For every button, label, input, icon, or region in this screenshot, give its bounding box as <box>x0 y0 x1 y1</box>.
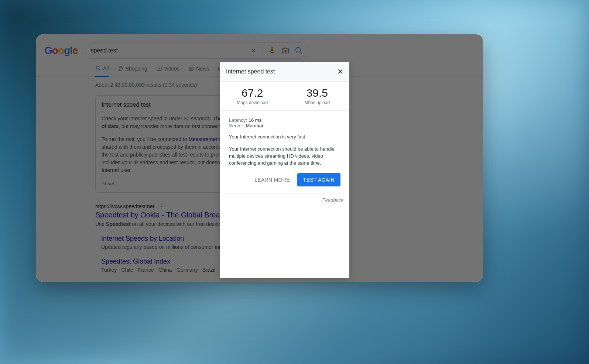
learn-more-button[interactable]: LEARN MORE <box>254 177 290 183</box>
download-value: 67.2 <box>220 87 285 99</box>
detail-text: Your Internet connection should be able … <box>229 146 340 167</box>
speed-test-modal: Internet speed test ✕ 67.2 Mbps download… <box>220 62 349 278</box>
upload-speed: 39.5 Mbps upload <box>285 82 350 110</box>
close-icon[interactable]: ✕ <box>337 67 343 76</box>
server-line: Server: Mumbai <box>229 123 340 128</box>
modal-title: Internet speed test <box>226 68 275 75</box>
summary-text: Your Internet connection is very fast. <box>229 134 340 141</box>
download-label: Mbps download <box>220 100 285 105</box>
download-speed: 67.2 Mbps download <box>220 82 285 110</box>
upload-value: 39.5 <box>285 87 350 99</box>
feedback-link[interactable]: Feedback <box>322 197 343 203</box>
latency-line: Latency: 16 ms <box>229 117 340 123</box>
test-again-button[interactable]: TEST AGAIN <box>297 173 340 186</box>
upload-label: Mbps upload <box>285 100 350 105</box>
